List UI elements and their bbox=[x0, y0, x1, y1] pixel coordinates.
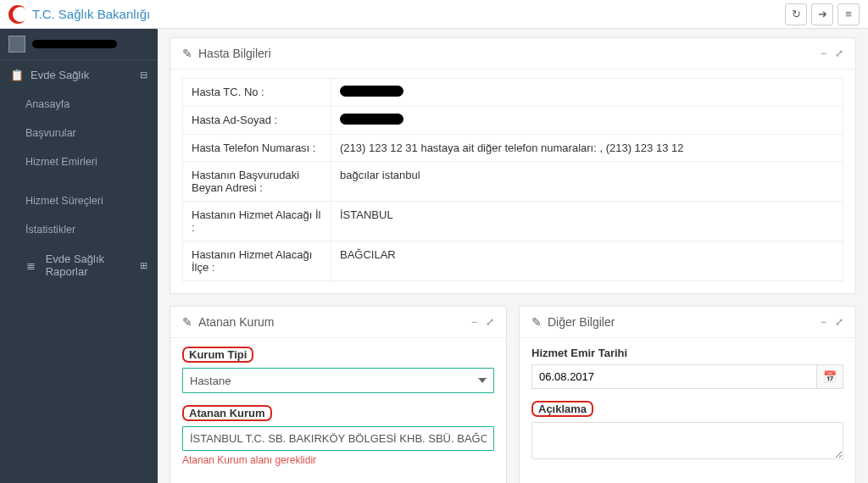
nav-label: Evde Sağlık Raporlar bbox=[46, 253, 147, 278]
brand-area: T.C. Sağlık Bakanlığı bbox=[8, 5, 150, 24]
row-value bbox=[331, 107, 843, 135]
redacted-value bbox=[340, 86, 403, 97]
panel-title: ✎ Hasta Bilgileri bbox=[182, 47, 271, 60]
panel-header: ✎ Hasta Bilgileri − ⤢ bbox=[170, 38, 855, 69]
panel-title: ✎ Atanan Kurum bbox=[182, 315, 275, 329]
user-block bbox=[0, 29, 158, 60]
clipboard-icon: 📋 bbox=[10, 69, 22, 81]
patient-info-table: Hasta TC. No : Hasta Ad-Soyad : Hasta Te… bbox=[182, 78, 843, 281]
nav-hizmet-emirleri[interactable]: Hizmet Emirleri bbox=[0, 147, 158, 176]
brand-text: T.C. Sağlık Bakanlığı bbox=[32, 7, 150, 21]
label-description: Açıklama bbox=[531, 401, 593, 417]
expand-icon[interactable]: ⤢ bbox=[835, 47, 843, 59]
collapse-icon: ⊟ bbox=[140, 69, 147, 80]
row-value: BAĞCILAR bbox=[331, 242, 843, 281]
panel-other-info: ✎ Diğer Bilgiler − ⤢ Hizmet Emir Tarihi … bbox=[519, 306, 856, 483]
input-service-order-date[interactable] bbox=[531, 364, 816, 389]
row-value: İSTANBUL bbox=[331, 202, 843, 242]
row-value bbox=[331, 79, 843, 107]
nav-evde-saglik[interactable]: 📋 Evde Sağlık ⊟ bbox=[0, 60, 158, 90]
expand-icon: ⊞ bbox=[140, 260, 147, 271]
logout-icon[interactable]: ➜ bbox=[811, 3, 833, 25]
error-assigned-institution: Atanan Kurum alanı gereklidir bbox=[182, 454, 494, 466]
label-institution-type: Kurum Tipi bbox=[182, 347, 253, 363]
label-service-order-date: Hizmet Emir Tarihi bbox=[531, 347, 627, 359]
row-value: (213) 123 12 31 hastaya ait diğer telefo… bbox=[331, 135, 843, 162]
nav-label: Evde Sağlık bbox=[31, 69, 89, 81]
nav-hizmet-surecleri[interactable]: Hizmet Süreçleri bbox=[0, 186, 158, 215]
row-label: Hastanın Hizmet Alacağı İlçe : bbox=[183, 242, 331, 281]
nav-istatistikler[interactable]: İstatistikler bbox=[0, 215, 158, 244]
nav-anasayfa[interactable]: Anasayfa bbox=[0, 90, 158, 119]
panel-title: ✎ Diğer Bilgiler bbox=[531, 315, 615, 329]
expand-icon[interactable]: ⤢ bbox=[835, 316, 843, 328]
row-label: Hasta Telefon Numarası : bbox=[183, 135, 331, 162]
row-value: bağcılar istanbul bbox=[331, 162, 843, 202]
select-institution-type[interactable]: Hastane bbox=[182, 368, 494, 393]
panel-patient-info: ✎ Hasta Bilgileri − ⤢ Hasta TC. No : Has… bbox=[170, 37, 856, 294]
topbar: T.C. Sağlık Bakanlığı ↻ ➜ ≡ bbox=[0, 0, 868, 29]
textarea-description[interactable] bbox=[531, 422, 843, 459]
edit-icon: ✎ bbox=[182, 315, 192, 329]
refresh-icon[interactable]: ↻ bbox=[785, 3, 807, 25]
expand-icon[interactable]: ⤢ bbox=[486, 316, 494, 328]
panel-header: ✎ Diğer Bilgiler − ⤢ bbox=[520, 307, 855, 338]
row-label: Hastanın Hizmet Alacağı İl : bbox=[183, 202, 331, 242]
nav-basvurular[interactable]: Başvurular bbox=[0, 119, 158, 147]
user-name-redacted bbox=[32, 40, 117, 48]
label-assigned-institution: Atanan Kurum bbox=[182, 405, 272, 421]
redacted-value bbox=[340, 114, 403, 125]
minimize-icon[interactable]: − bbox=[471, 316, 477, 328]
nav-raporlar[interactable]: ≣ Evde Sağlık Raporlar ⊞ bbox=[0, 244, 158, 286]
minimize-icon[interactable]: − bbox=[821, 316, 826, 328]
edit-icon: ✎ bbox=[182, 47, 192, 60]
minimize-icon[interactable]: − bbox=[821, 47, 826, 59]
row-label: Hasta TC. No : bbox=[183, 79, 331, 107]
row-label: Hasta Ad-Soyad : bbox=[183, 107, 331, 135]
panel-header: ✎ Atanan Kurum − ⤢ bbox=[170, 307, 506, 338]
main-content: ✎ Hasta Bilgileri − ⤢ Hasta TC. No : Has… bbox=[158, 29, 868, 483]
ministry-logo-icon bbox=[8, 5, 27, 24]
list-icon: ≣ bbox=[25, 259, 37, 272]
row-label: Hastanın Başvurudaki Beyan Adresi : bbox=[183, 162, 331, 202]
avatar bbox=[8, 36, 25, 53]
input-assigned-institution[interactable] bbox=[182, 426, 494, 451]
panel-assigned-institution: ✎ Atanan Kurum − ⤢ Kurum Tipi Hastane bbox=[170, 306, 507, 483]
calendar-icon[interactable]: 📅 bbox=[816, 364, 843, 389]
sidebar: 📋 Evde Sağlık ⊟ Anasayfa Başvurular Hizm… bbox=[0, 29, 158, 483]
menu-icon[interactable]: ≡ bbox=[837, 3, 860, 25]
topbar-actions: ↻ ➜ ≡ bbox=[785, 3, 860, 25]
edit-icon: ✎ bbox=[531, 315, 542, 329]
